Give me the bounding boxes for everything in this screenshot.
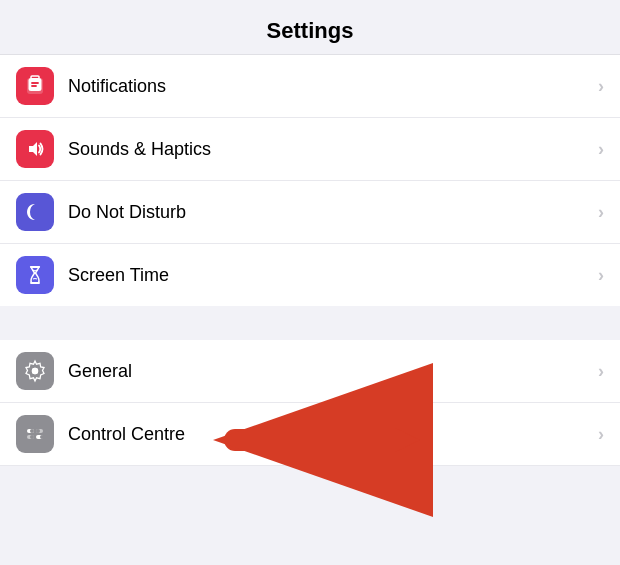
control-centre-icon-bg bbox=[16, 415, 54, 453]
svg-point-12 bbox=[36, 429, 40, 433]
sounds-label: Sounds & Haptics bbox=[68, 139, 590, 160]
settings-group-2: General › Control Centre › bbox=[0, 340, 620, 466]
settings-item-notifications[interactable]: Notifications › bbox=[0, 55, 620, 118]
dnd-chevron: › bbox=[598, 202, 604, 223]
general-icon-bg bbox=[16, 352, 54, 390]
svg-rect-1 bbox=[29, 78, 42, 91]
general-chevron: › bbox=[598, 361, 604, 382]
page-title: Settings bbox=[0, 0, 620, 55]
settings-group-1: Notifications › Sounds & Haptics › Do No… bbox=[0, 55, 620, 306]
general-label: General bbox=[68, 361, 590, 382]
section-break bbox=[0, 306, 620, 340]
notifications-label: Notifications bbox=[68, 76, 590, 97]
notifications-chevron: › bbox=[598, 76, 604, 97]
control-centre-icon bbox=[23, 422, 47, 446]
sounds-chevron: › bbox=[598, 139, 604, 160]
svg-point-11 bbox=[30, 429, 34, 433]
control-centre-chevron: › bbox=[598, 424, 604, 445]
sounds-icon-bg bbox=[16, 130, 54, 168]
sounds-icon bbox=[23, 137, 47, 161]
settings-item-screentime[interactable]: Screen Time › bbox=[0, 244, 620, 306]
settings-item-control-centre[interactable]: Control Centre › bbox=[0, 403, 620, 466]
notifications-icon-bg bbox=[16, 67, 54, 105]
settings-item-sounds[interactable]: Sounds & Haptics › bbox=[0, 118, 620, 181]
dnd-icon bbox=[23, 200, 47, 224]
svg-point-13 bbox=[30, 435, 34, 439]
screentime-label: Screen Time bbox=[68, 265, 590, 286]
svg-point-14 bbox=[40, 435, 44, 439]
svg-marker-2 bbox=[29, 142, 37, 156]
general-icon bbox=[23, 359, 47, 383]
dnd-label: Do Not Disturb bbox=[68, 202, 590, 223]
settings-item-dnd[interactable]: Do Not Disturb › bbox=[0, 181, 620, 244]
control-centre-label: Control Centre bbox=[68, 424, 590, 445]
dnd-icon-bg bbox=[16, 193, 54, 231]
screentime-icon-bg bbox=[16, 256, 54, 294]
screentime-chevron: › bbox=[598, 265, 604, 286]
settings-item-general[interactable]: General › bbox=[0, 340, 620, 403]
notifications-icon bbox=[23, 74, 47, 98]
page-header: Settings bbox=[0, 0, 620, 55]
svg-point-6 bbox=[32, 368, 38, 374]
screentime-icon bbox=[23, 263, 47, 287]
